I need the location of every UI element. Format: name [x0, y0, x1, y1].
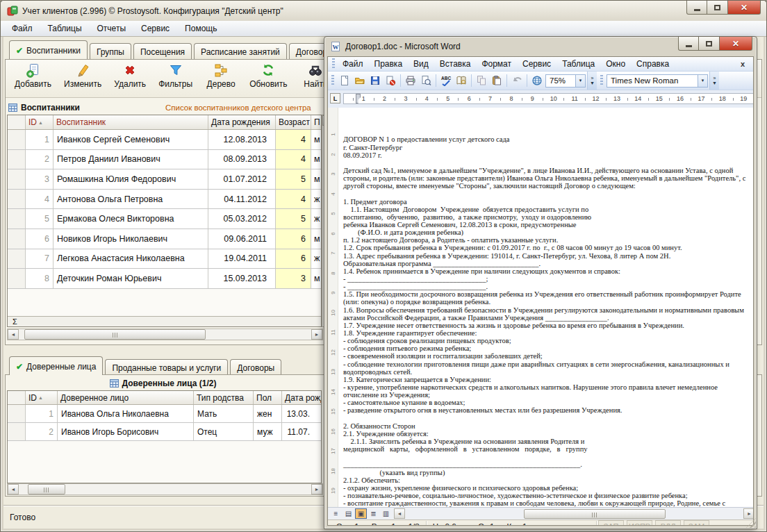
web-layout-view-button[interactable]: ▤: [343, 508, 354, 519]
table-row[interactable]: ▶ 7 Легкова Анастасия Николаевна 19.04.2…: [8, 249, 321, 269]
status-toggle[interactable]: ИСПР: [627, 520, 652, 526]
cell-birth[interactable]: 01.07.2012: [208, 169, 276, 189]
toolbar-grip[interactable]: [331, 75, 334, 86]
copy-button[interactable]: [475, 74, 488, 88]
refresh-button[interactable]: Обновить: [243, 60, 293, 97]
cell-age[interactable]: 4: [276, 150, 311, 169]
tab-vospitanniki[interactable]: ✔Воспитанники: [9, 40, 88, 59]
cell-birth[interactable]: 13.03.: [282, 405, 321, 422]
cell-birth[interactable]: 05.03.2012: [208, 209, 276, 228]
maximize-button[interactable]: [699, 37, 720, 51]
cell-id[interactable]: 1: [26, 405, 58, 422]
main-title-bar[interactable]: Учет клиентов (2.996) © Prostoysoft. Кон…: [1, 1, 766, 21]
toolbar-options-chevron[interactable]: »▼: [709, 72, 719, 90]
row-selector[interactable]: ▶: [8, 229, 26, 249]
cell-id[interactable]: 7: [26, 249, 53, 269]
research-button[interactable]: [454, 74, 468, 88]
print-button[interactable]: [404, 74, 418, 88]
cell-name[interactable]: Ермакова Олеся Викторовна: [53, 209, 208, 228]
menu-item[interactable]: Файл: [4, 22, 40, 35]
cell-id[interactable]: 8: [26, 269, 53, 288]
cell-id[interactable]: 6: [26, 229, 53, 249]
toolbar-options-chevron[interactable]: »▼: [587, 72, 597, 90]
row-selector[interactable]: ▶: [8, 423, 26, 440]
cell-birth[interactable]: 12.08.2013: [208, 130, 276, 149]
cell-gender[interactable]: жен: [254, 405, 282, 422]
scroll-track[interactable]: [19, 484, 311, 494]
row-selector[interactable]: ▶: [8, 269, 26, 288]
scroll-right-icon[interactable]: ►: [311, 484, 322, 494]
cell-id[interactable]: 2: [26, 150, 53, 169]
cell-birth[interactable]: 15.09.2013: [208, 269, 276, 288]
cell-gender[interactable]: м: [311, 169, 321, 189]
scroll-track[interactable]: [19, 329, 311, 340]
cell-age[interactable]: 5: [276, 169, 311, 189]
table-row[interactable]: ▶ 8 Деточкин Роман Юрьевич 15.09.2013 3 …: [8, 269, 321, 289]
normal-view-button[interactable]: ≡: [330, 508, 342, 519]
table-row[interactable]: ▶ 2 Иванов Игорь Борисович Отец муж 11.0…: [8, 423, 321, 441]
print-layout-view-button[interactable]: ▣: [355, 508, 367, 519]
table-row[interactable]: ▶ 1 Иванова Ольга Николаевна Мать жен 13…: [8, 405, 321, 423]
scroll-thumb[interactable]: [24, 329, 206, 340]
print-preview-button[interactable]: [419, 74, 433, 88]
cell-name[interactable]: Легкова Анастасия Николаевна: [53, 249, 208, 269]
cell-relation[interactable]: Мать: [194, 405, 254, 422]
cell-gender[interactable]: м: [311, 150, 321, 169]
row-selector[interactable]: ▶: [8, 209, 26, 228]
filters-button[interactable]: Фильтры: [152, 60, 199, 97]
paste-button[interactable]: [490, 74, 504, 88]
cell-gender[interactable]: ж: [311, 249, 321, 269]
maximize-button[interactable]: [707, 1, 728, 15]
dropdown-arrow-icon[interactable]: ▼: [698, 75, 707, 87]
word-title-bar[interactable]: W Договор1.doc - Microsoft Word ✕: [324, 37, 757, 56]
row-selector[interactable]: ▶: [8, 130, 26, 149]
zoom-combobox[interactable]: 75%▼: [545, 74, 586, 88]
header-gender[interactable]: П: [311, 115, 321, 129]
minimize-button[interactable]: [686, 1, 707, 15]
menu-item[interactable]: Сервис: [133, 22, 177, 35]
reading-layout-view-button[interactable]: ▥: [380, 508, 392, 519]
tab-doverennye-lica[interactable]: ✔Доверенные лица: [9, 356, 103, 375]
cell-birth[interactable]: 19.04.2011: [208, 249, 276, 269]
permission-button[interactable]: [384, 74, 397, 88]
header-gender[interactable]: Пол: [254, 391, 282, 404]
menubar-close-icon[interactable]: x: [734, 60, 751, 68]
outline-view-button[interactable]: ≣: [368, 508, 379, 519]
scroll-right-icon[interactable]: ►: [743, 508, 754, 519]
header-name[interactable]: Воспитанник: [53, 115, 208, 129]
scroll-left-icon[interactable]: ◄: [394, 508, 405, 519]
add-button[interactable]: Добавить: [8, 60, 58, 97]
header-id[interactable]: ID▲: [26, 391, 58, 404]
cell-name[interactable]: Иванков Сергей Семенович: [53, 130, 208, 149]
table-row[interactable]: ▶ 4 Антонова Ольга Петровна 04.11.2012 4…: [8, 190, 321, 210]
cell-birth[interactable]: 04.11.2012: [208, 190, 276, 209]
cell-person[interactable]: Иванов Игорь Борисович: [58, 423, 194, 440]
cell-gender[interactable]: м: [311, 229, 321, 249]
new-document-button[interactable]: [338, 74, 352, 88]
scroll-right-icon[interactable]: ►: [311, 329, 322, 340]
document-page[interactable]: ДОГОВОР N 1 о предоставлении услуг детск…: [338, 108, 754, 507]
cell-name[interactable]: Деточкин Роман Юрьевич: [53, 269, 208, 288]
cell-birth[interactable]: 09.06.2011: [208, 229, 276, 249]
row-selector[interactable]: ▶: [8, 169, 26, 189]
menu-item[interactable]: Таблицы: [40, 22, 90, 35]
cell-gender[interactable]: ж: [311, 190, 321, 209]
menu-item[interactable]: Отчеты: [90, 22, 133, 35]
menu-item[interactable]: Вставка: [434, 57, 477, 71]
open-button[interactable]: [353, 74, 367, 88]
status-toggle[interactable]: ЗАМ: [684, 520, 709, 526]
table-row[interactable]: ▶ 5 Ермакова Олеся Викторовна 05.03.2012…: [8, 209, 321, 229]
row-selector[interactable]: ▶: [8, 405, 26, 422]
status-toggle[interactable]: ВДЛ: [655, 520, 681, 526]
tab-gruppy[interactable]: Группы: [90, 43, 131, 59]
cell-age[interactable]: 5: [276, 209, 311, 228]
menu-item[interactable]: Вид: [408, 57, 434, 71]
horizontal-ruler[interactable]: 12345678910111213141516171819: [343, 93, 754, 104]
row-selector[interactable]: ▶: [8, 249, 26, 269]
delete-button[interactable]: Удалить: [108, 60, 152, 97]
tab-prodannye-tovary[interactable]: Проданные товары и услуги: [105, 359, 228, 375]
cell-age[interactable]: 6: [276, 229, 311, 249]
table-row[interactable]: ▶ 2 Петров Даниил Иванович 08.09.2013 4 …: [8, 150, 321, 170]
cell-id[interactable]: 3: [26, 169, 53, 189]
undo-button[interactable]: [510, 74, 524, 88]
